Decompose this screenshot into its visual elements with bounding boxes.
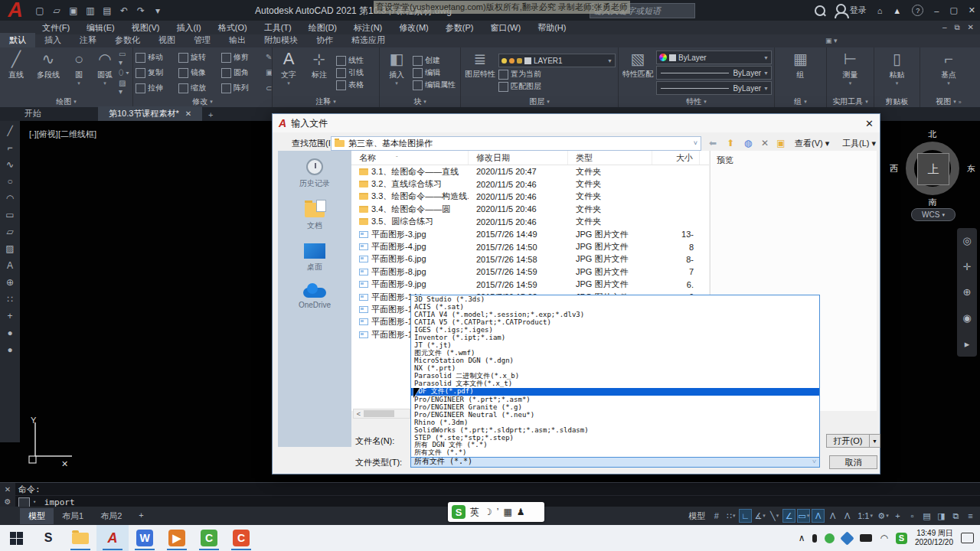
signin-button[interactable]: 登录 xyxy=(836,5,867,16)
平面图形-3.jpg[interactable]: 平面图形-3.jpg 2015/7/26 14:49 JPG 图片文件 13- xyxy=(351,228,709,240)
filetype-option[interactable]: Rhino (*.3dm) xyxy=(411,419,819,426)
column-header-size[interactable]: 大小 xyxy=(652,151,700,165)
color-combo[interactable]: ByLayer▼ xyxy=(656,51,772,64)
make-current-button[interactable]: 置为当前 xyxy=(498,69,616,80)
sogou-logo-icon[interactable]: S xyxy=(452,505,466,519)
clean-screen-icon[interactable]: ⧉ xyxy=(949,509,962,523)
panel-label-properties[interactable]: 特性▾ xyxy=(619,96,774,107)
graphics-performance-icon[interactable]: ◨ xyxy=(935,509,948,523)
up-one-level-icon[interactable]: ⬆ xyxy=(724,136,737,150)
panel-label-clipboard[interactable]: 剪贴板 xyxy=(874,96,920,107)
panel-label-view[interactable]: 视图▾» xyxy=(920,96,977,107)
delete-icon[interactable]: ✕ xyxy=(758,136,772,150)
isodraft-icon[interactable]: ╲ xyxy=(768,509,781,523)
places-item[interactable]: 历史记录 xyxy=(299,158,330,189)
snap-icon[interactable]: ∷ xyxy=(724,509,737,523)
annotation-visibility-icon[interactable]: Λ xyxy=(812,509,825,523)
dialog-close-button[interactable]: ✕ xyxy=(865,118,874,129)
block-tool-button[interactable]: 编辑属性 xyxy=(413,80,456,90)
save-icon[interactable]: ▣ xyxy=(67,5,80,17)
osnap-icon[interactable]: ▭ xyxy=(797,509,810,523)
steering-wheel-icon[interactable]: ◎ xyxy=(962,235,971,246)
menu-item[interactable]: 修改(M) xyxy=(390,22,437,34)
menu-item[interactable]: 帮助(H) xyxy=(529,22,574,34)
view-cube[interactable]: 上 北 南 西 东 xyxy=(896,132,969,205)
layer-properties-button[interactable]: ≣图层特性 xyxy=(463,49,497,96)
filetype-option[interactable]: Parasolid 文本文件(*.x_t) xyxy=(411,380,819,388)
help-icon[interactable]: ? xyxy=(912,5,923,16)
point-tool-icon[interactable]: + xyxy=(7,311,12,321)
dialog-title-bar[interactable]: A 输入文件 ✕ xyxy=(273,114,880,132)
menu-item[interactable]: 视图(V) xyxy=(123,22,168,34)
filetype-option[interactable]: IGES (*.igs;*.iges) xyxy=(411,326,819,334)
filetype-option[interactable]: 所有 DGN 文件 (*.*) xyxy=(411,442,819,449)
ribbon-tab[interactable]: 视图 xyxy=(149,33,185,47)
tools-menu-button[interactable]: 工具(L) ▾ xyxy=(842,138,876,149)
orbit-icon[interactable]: ◉ xyxy=(962,312,971,324)
polyline-button[interactable]: ∿多段线 xyxy=(31,49,65,96)
filetype-option[interactable]: ACIS (*.sat) xyxy=(411,303,819,311)
column-header-date[interactable]: 修改日期 xyxy=(469,151,568,165)
modify-tool-button[interactable]: 圆角 xyxy=(221,65,264,80)
平面图形-4.jpg[interactable]: 平面图形-4.jpg 2015/7/26 14:50 JPG 图片文件 8 xyxy=(351,240,709,253)
base-point-button[interactable]: ⌐基点▾ xyxy=(933,49,964,96)
modify-tool-button[interactable]: 移动 xyxy=(136,50,178,65)
autocad-taskbar-button[interactable]: A xyxy=(96,525,129,551)
panel-label-draw[interactable]: 绘图▾ xyxy=(0,96,132,107)
places-item[interactable]: OneDrive xyxy=(299,283,331,309)
filetype-option[interactable]: 所有文件 (*.*) xyxy=(411,449,819,457)
modify-tool-button[interactable]: 拉伸 xyxy=(136,80,178,96)
microphone-icon[interactable] xyxy=(812,534,817,543)
panel-label-layer[interactable]: 图层▾ xyxy=(461,96,618,107)
green-indicator-icon[interactable]: ● xyxy=(7,328,12,337)
compass-east-label[interactable]: 东 xyxy=(967,163,975,174)
ribbon-tab[interactable]: 附加模块 xyxy=(255,33,307,47)
text-button[interactable]: A文字▾ xyxy=(275,49,302,96)
平面图形-8.jpg[interactable]: 平面图形-8.jpg 2015/7/26 14:59 JPG 图片文件 7 xyxy=(351,266,709,278)
showmotion-icon[interactable]: ▸ xyxy=(965,338,970,350)
doc-close-button[interactable]: ✕ xyxy=(968,23,974,32)
menu-item[interactable]: 绘图(D) xyxy=(300,22,345,34)
panel-label-annotate[interactable]: 注释▾ xyxy=(273,96,379,107)
clock[interactable]: 13:49 周日2020/12/20 xyxy=(915,529,953,548)
annotate-tool-button[interactable]: 表格 xyxy=(336,80,364,90)
arc-tool-icon[interactable]: ◠ xyxy=(6,193,14,203)
ray-tool-icon[interactable]: ⌐ xyxy=(7,142,12,152)
open-split-chevron-icon[interactable]: ▼ xyxy=(870,434,880,448)
doc-minimize-button[interactable]: – xyxy=(942,23,947,32)
filetype-option[interactable]: MicroStation DGN (*.dgn) xyxy=(411,357,819,364)
notification-center-icon[interactable] xyxy=(961,533,974,543)
file-explorer-button[interactable] xyxy=(64,525,96,551)
ribbon-tab[interactable]: 精选应用 xyxy=(342,33,394,47)
tab-current-drawing[interactable]: 第10.3节课程素材*✕ xyxy=(98,106,202,121)
ribbon-tab[interactable]: 插入 xyxy=(35,33,70,47)
look-in-combo[interactable]: 第三章、基本绘图操作 ˅ xyxy=(331,136,701,151)
filetype-option[interactable]: CATIA V5 (*.CATPart;*.CATProduct) xyxy=(411,318,819,326)
measure-button[interactable]: ⊢测量▾ xyxy=(835,49,866,96)
customize-wrench-icon[interactable]: ⚙ xyxy=(5,497,11,506)
layout-tab[interactable]: 布局2 xyxy=(92,508,130,524)
filetype-option[interactable]: CATIA V4 (*.model;*.session;*.exp;*.dlv3… xyxy=(411,311,819,318)
panel-label-block[interactable]: 块▾ xyxy=(380,96,460,107)
arc-button[interactable]: ◠圆弧▾ xyxy=(93,49,117,96)
save-as-icon[interactable]: ▥ xyxy=(84,5,96,17)
filetype-option[interactable]: Inventor (*.ipt;*.iam) xyxy=(411,334,819,341)
filetype-option[interactable]: Pro/ENGINEER Granite (*.g) xyxy=(411,403,819,411)
blue-indicator-icon[interactable]: ● xyxy=(7,344,12,354)
doc-restore-button[interactable]: ⧉ xyxy=(954,23,959,32)
back-icon[interactable]: ⬅ xyxy=(706,136,720,150)
hatch-tool-icon[interactable]: ▨ xyxy=(5,243,14,253)
filetype-option[interactable]: PDF 文件(*.pdf) xyxy=(411,388,819,396)
customize-icon[interactable]: ≡ xyxy=(964,509,977,523)
dimension-button[interactable]: ⊹标注 xyxy=(304,49,335,96)
taskbar-search-button[interactable]: S xyxy=(32,525,64,551)
match-properties-button[interactable]: ▧特性匹配 xyxy=(621,49,655,96)
osnap-tracking-icon[interactable]: ∠ xyxy=(782,509,795,523)
media-player-button[interactable]: ▶ xyxy=(161,525,193,551)
modify-tool-button[interactable]: 复制 xyxy=(136,65,178,80)
punctuation-icon[interactable]: ’ xyxy=(497,507,499,517)
panel-label-utilities[interactable]: 实用工具▾ xyxy=(827,96,874,107)
pan-icon[interactable]: ✛ xyxy=(963,261,972,272)
insert-tool-icon[interactable]: ⊕ xyxy=(6,277,14,287)
model-space-label[interactable]: 模型 xyxy=(688,510,705,522)
